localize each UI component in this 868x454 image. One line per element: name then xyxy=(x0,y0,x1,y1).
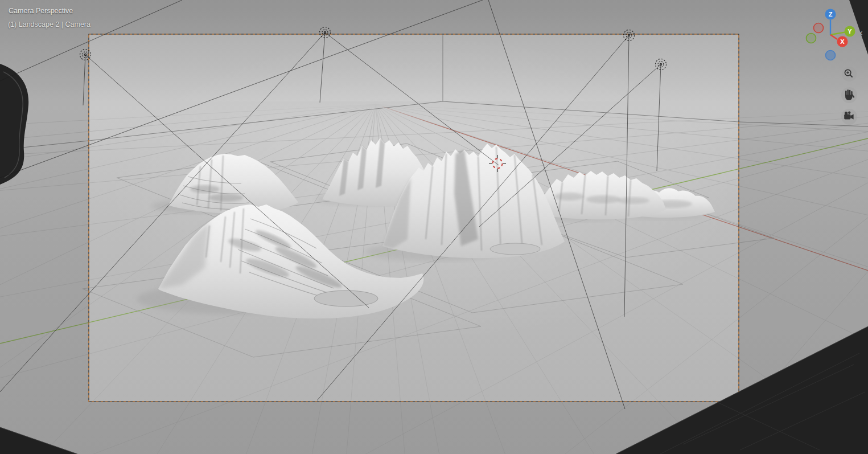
sidebar-toggle-chevron[interactable]: ‹ xyxy=(860,27,863,37)
blender-3d-viewport[interactable]: Z Y X ‹ Camera xyxy=(0,0,868,454)
scene-collection-label: (1) Landscape 2 | Camera xyxy=(8,21,90,28)
axis-z-negative[interactable] xyxy=(826,51,836,60)
gizmo-x-label: X xyxy=(840,38,845,45)
zoom-button[interactable] xyxy=(842,67,857,81)
gizmo-y-label: Y xyxy=(848,28,852,35)
camera-view-button[interactable] xyxy=(841,109,857,125)
viewport-canvas[interactable]: Z Y X ‹ xyxy=(0,0,868,454)
view-mode-label: Camera Perspective xyxy=(9,7,73,15)
axis-y-negative[interactable] xyxy=(807,34,816,43)
pan-button[interactable] xyxy=(841,87,857,103)
horizon-fade xyxy=(0,101,868,128)
flat-basin xyxy=(490,243,540,255)
flat-lake xyxy=(314,291,378,306)
axis-x-negative[interactable] xyxy=(814,23,824,33)
gizmo-z-label: Z xyxy=(829,11,833,18)
